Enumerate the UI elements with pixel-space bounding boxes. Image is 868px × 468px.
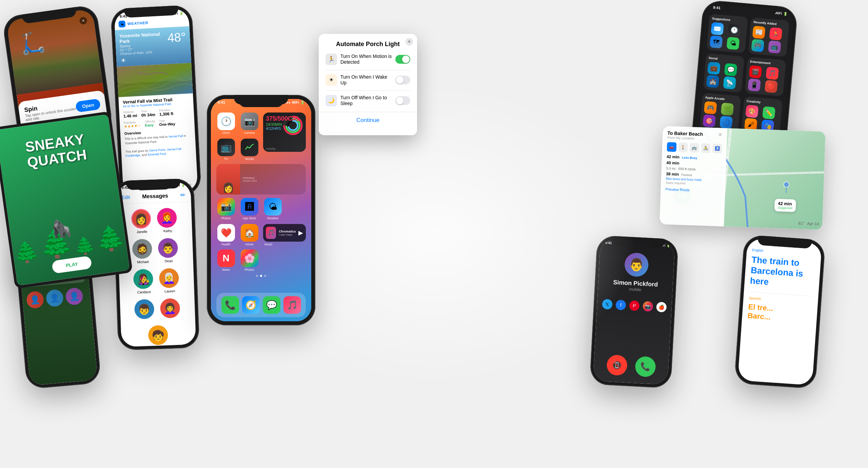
wake-toggle[interactable]: [395, 76, 410, 84]
app-recent4[interactable]: 📺: [768, 40, 781, 54]
app-hulu[interactable]: 📡: [723, 76, 736, 89]
contact-candace[interactable]: 👩‍🎤 Candace: [133, 269, 154, 294]
transport-transit[interactable]: 🚌: [690, 143, 699, 153]
app-recent3[interactable]: 🎮: [751, 39, 764, 52]
app-tiktok[interactable]: 🎵: [766, 67, 779, 80]
contact-janelle[interactable]: 👩 Janelle: [131, 208, 152, 234]
app-linkedin[interactable]: 💼: [707, 62, 721, 75]
contact-kathy[interactable]: 👩‍🦰 Kathy: [157, 208, 178, 233]
sleep-icon: 🌙: [326, 95, 337, 106]
app-arcade4[interactable]: 🔵: [719, 116, 733, 129]
maps-close[interactable]: ✕: [718, 132, 723, 137]
app-creative1[interactable]: 🎨: [745, 105, 758, 118]
elevation-val: 1,306 ft: [159, 111, 174, 117]
pinterest-icon[interactable]: P: [629, 300, 640, 311]
divider-1: [326, 70, 410, 70]
dock-messages[interactable]: 💬: [263, 296, 280, 314]
app-news[interactable]: N News: [216, 249, 236, 271]
app-home[interactable]: 🏠 Home: [240, 224, 259, 246]
app-ent4[interactable]: 🔴: [765, 80, 778, 93]
contact-dean-name: Dean: [159, 259, 179, 263]
instagram-icon[interactable]: 📷: [643, 301, 653, 312]
twitter-icon[interactable]: 𝕏: [602, 299, 613, 310]
play-label: PLAY: [65, 261, 78, 268]
map-date: Apr 14: [807, 221, 819, 226]
app-mail-icon[interactable]: ✉️: [711, 22, 724, 35]
app-arcade1[interactable]: 🎮: [704, 101, 717, 114]
route-1-time: 42 min Less Busy: [667, 154, 722, 161]
messages-title: Messages: [142, 193, 168, 200]
popularity: ★★★★☆: [124, 123, 141, 129]
app-disney[interactable]: 🏰: [706, 75, 719, 88]
app-ent3[interactable]: 📱: [748, 78, 761, 91]
contact-4[interactable]: 👦: [134, 299, 155, 321]
home-status-time: 9:41: [218, 100, 225, 104]
contact-lauren[interactable]: 👩‍🦳 Lauren: [159, 268, 180, 293]
app-appstore[interactable]: 🅰 App Store: [240, 198, 259, 220]
app-netflix[interactable]: 🎬: [749, 65, 762, 79]
app-arcade3[interactable]: 🎯: [703, 114, 716, 127]
category-suggestions: Suggestions ✉️ 🕐 🗺 🌤: [707, 14, 748, 53]
squatch-character: 🦍: [50, 217, 73, 240]
app-arcade2[interactable]: 🌿: [721, 103, 734, 116]
contact-4-name: [135, 320, 155, 321]
difficulty: Easy: [145, 123, 155, 127]
app-photos-2[interactable]: 🌸 Photos: [240, 249, 259, 271]
maps-carplay-panel: GO 42 min Suggested 61° Apr 14 To Baker …: [659, 126, 826, 230]
app-weather-icon2[interactable]: 🌤: [727, 37, 740, 50]
sleep-toggle[interactable]: [395, 96, 410, 105]
caller-avatar: 👨: [624, 252, 649, 277]
messages-edit-button[interactable]: Edit: [122, 195, 130, 200]
contact-5[interactable]: 👩‍🦱: [160, 298, 181, 320]
sleep-toggle-knob: [396, 97, 403, 104]
dock-safari[interactable]: 🧭: [242, 296, 260, 314]
app-camera[interactable]: 📷 Camera: [240, 113, 259, 135]
contact-candace-name: Candace: [134, 290, 154, 294]
app-recent1[interactable]: 📰: [752, 26, 766, 39]
facebook-icon[interactable]: f: [615, 300, 626, 310]
category-creativity-label: Creativity: [747, 99, 780, 105]
weather-phone: 9:41 ●●●WiFi🔋 🌤 WEATHER Yosemite Nationa…: [111, 5, 202, 199]
music-title: Chromatica: [279, 230, 296, 233]
transport-accessible[interactable]: ♿: [712, 144, 722, 154]
app-maps-icon[interactable]: 🗺: [710, 35, 723, 48]
transport-car[interactable]: 🚗: [667, 142, 677, 152]
preview-route[interactable]: Preview Route: [665, 187, 720, 193]
app-health[interactable]: ❤️ Health: [216, 224, 236, 246]
app-weather[interactable]: 🌤 Weather: [263, 198, 282, 220]
route-2-time: 40 min: [666, 160, 721, 167]
contact-michael[interactable]: 🧔 Michael: [132, 239, 153, 264]
accept-button[interactable]: 📞: [635, 356, 656, 377]
distance-val: 1.46 mi: [123, 113, 137, 119]
dialog-close-button[interactable]: ✕: [406, 38, 413, 45]
apple-icon[interactable]: 🍎: [656, 302, 667, 312]
divider-2: [326, 90, 410, 91]
motion-toggle[interactable]: [395, 55, 410, 64]
dock-music[interactable]: 🎵: [283, 296, 301, 314]
contact-dean[interactable]: 👨 Dean: [158, 238, 179, 263]
music-app-label: Music: [263, 243, 306, 246]
contact-6[interactable]: 🧒: [148, 325, 169, 347]
widget-person-2: 👤: [45, 289, 64, 307]
translation-spanish-text: El tre...Barc...: [747, 302, 812, 325]
transport-walk[interactable]: 🚶: [678, 142, 688, 152]
open-button[interactable]: Open: [75, 98, 101, 113]
call-phone: 9:41 ●●●WiFi🔋 👨 Simon Pickford mobile 𝕏 …: [590, 235, 679, 388]
transport-bike[interactable]: 🚴: [701, 143, 711, 153]
app-stocks[interactable]: Stocks: [240, 139, 259, 161]
app-recent2[interactable]: 🏃: [769, 27, 782, 40]
messages-compose-button[interactable]: ✏: [180, 191, 186, 199]
app-clock[interactable]: 🕐 Clock: [216, 113, 236, 135]
decline-button[interactable]: 📵: [606, 354, 628, 376]
route3-time-val: 38 min: [666, 171, 679, 177]
category-entertainment-label: Entertainment: [750, 60, 783, 66]
app-clock-icon[interactable]: 🕐: [728, 24, 741, 37]
app-tv[interactable]: 📺 TV: [216, 139, 236, 161]
dock-phone[interactable]: 📞: [221, 296, 239, 314]
category-recently-added-label: Recently Added: [753, 20, 787, 26]
app-creative2[interactable]: ✏️: [762, 106, 775, 119]
app-photos[interactable]: 📸 Photos: [216, 198, 236, 220]
continue-button[interactable]: Continue: [319, 112, 417, 128]
route-2-sub: 5.3 mi · 500 ft climb: [666, 166, 721, 172]
app-wechat[interactable]: 💬: [724, 63, 737, 76]
